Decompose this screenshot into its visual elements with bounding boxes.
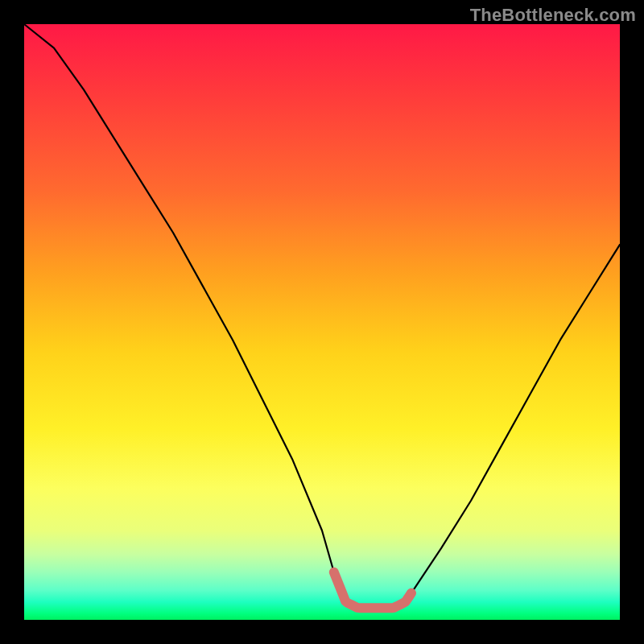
plot-area: [24, 24, 620, 620]
optimal-range-band: [334, 572, 411, 608]
chart-frame: TheBottleneck.com: [0, 0, 644, 644]
bottleneck-curve: [24, 24, 620, 608]
watermark-label: TheBottleneck.com: [470, 5, 636, 26]
curve-layer: [24, 24, 620, 620]
